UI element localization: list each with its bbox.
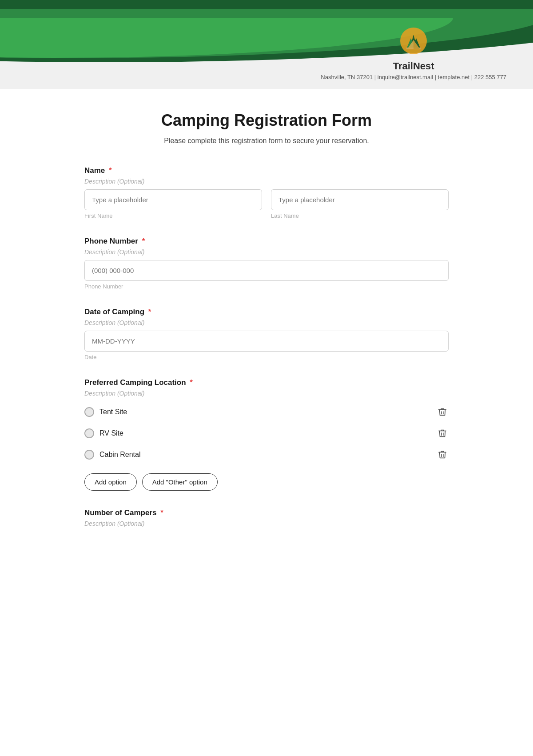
last-name-input[interactable] <box>271 189 449 210</box>
radio-circle[interactable] <box>84 407 94 417</box>
radio-options: Tent Site <box>84 401 449 465</box>
field-campers-description: Description (Optional) <box>84 520 449 527</box>
radio-circle[interactable] <box>84 450 94 460</box>
delete-option-button[interactable] <box>436 406 449 418</box>
radio-label-tent: Tent Site <box>99 408 127 416</box>
brand-tagline: Nashville, TN 37201 | inquire@trailnest.… <box>321 74 506 80</box>
radio-circle[interactable] <box>84 428 94 438</box>
date-sublabel: Date <box>84 354 449 360</box>
name-input-row: First Name Last Name <box>84 189 449 219</box>
radio-option-left: Tent Site <box>84 407 127 417</box>
field-date-label: Date of Camping * <box>84 308 449 316</box>
phone-sublabel: Phone Number <box>84 283 449 290</box>
header: TrailNest Nashville, TN 37201 | inquire@… <box>0 0 533 89</box>
required-indicator: * <box>190 378 193 387</box>
field-phone-description: Description (Optional) <box>84 248 449 256</box>
date-input[interactable] <box>84 331 449 352</box>
radio-label-rv: RV Site <box>99 429 123 437</box>
phone-input[interactable] <box>84 260 449 281</box>
field-location-label: Preferred Camping Location * <box>84 378 449 387</box>
delete-option-button[interactable] <box>436 448 449 461</box>
logo-icon <box>398 27 430 59</box>
field-date-description: Description (Optional) <box>84 319 449 326</box>
last-name-wrapper: Last Name <box>271 189 449 219</box>
required-indicator: * <box>160 508 163 517</box>
page-wrapper: TrailNest Nashville, TN 37201 | inquire@… <box>0 0 533 756</box>
field-phone-label: Phone Number * <box>84 237 449 246</box>
field-location-description: Description (Optional) <box>84 390 449 397</box>
radio-option-row: RV Site <box>84 423 449 444</box>
radio-option-left: Cabin Rental <box>84 450 141 460</box>
last-name-sublabel: Last Name <box>271 212 449 219</box>
field-campers: Number of Campers * Description (Optiona… <box>84 508 449 527</box>
required-indicator: * <box>142 237 145 245</box>
field-date: Date of Camping * Description (Optional)… <box>84 308 449 360</box>
brand-name: TrailNest <box>393 60 434 72</box>
field-name-label: Name * <box>84 166 449 175</box>
radio-option-left: RV Site <box>84 428 123 438</box>
form-title: Camping Registration Form <box>84 111 449 130</box>
add-option-button[interactable]: Add option <box>84 473 137 491</box>
form-subtitle: Please complete this registration form t… <box>84 137 449 145</box>
delete-option-button[interactable] <box>436 427 449 440</box>
radio-option-row: Tent Site <box>84 401 449 423</box>
option-buttons: Add option Add "Other" option <box>84 473 449 491</box>
first-name-wrapper: First Name <box>84 189 262 219</box>
required-indicator: * <box>109 166 112 175</box>
field-phone: Phone Number * Description (Optional) Ph… <box>84 237 449 290</box>
required-indicator: * <box>148 308 151 316</box>
field-name: Name * Description (Optional) First Name… <box>84 166 449 219</box>
first-name-input[interactable] <box>84 189 262 210</box>
radio-label-cabin: Cabin Rental <box>99 451 141 459</box>
add-other-option-button[interactable]: Add "Other" option <box>142 473 218 491</box>
field-campers-label: Number of Campers * <box>84 508 449 517</box>
field-location: Preferred Camping Location * Description… <box>84 378 449 491</box>
logo-area: TrailNest Nashville, TN 37201 | inquire@… <box>321 27 506 80</box>
radio-option-row: Cabin Rental <box>84 444 449 465</box>
main-content: Camping Registration Form Please complet… <box>76 89 457 756</box>
first-name-sublabel: First Name <box>84 212 262 219</box>
field-name-description: Description (Optional) <box>84 178 449 185</box>
